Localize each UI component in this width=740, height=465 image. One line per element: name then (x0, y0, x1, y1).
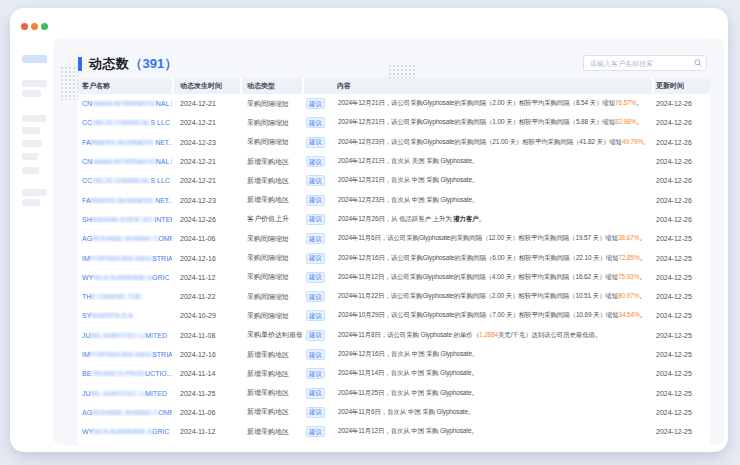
table-row: SHANGHAI EVER GO INTER... 2024-12-26 客户价… (78, 210, 710, 229)
sidebar-item[interactable] (22, 153, 38, 160)
event-content: 2024年12月16日，首次从 中国 采购 Glyphosate。 (338, 350, 478, 359)
suggestion-tag[interactable]: 建议 (306, 330, 325, 341)
minimize-window-dot-icon[interactable] (31, 23, 38, 30)
event-type: 采购间隔缩短 (242, 118, 302, 128)
suggestion-tag[interactable]: 建议 (306, 195, 325, 206)
suggestion-tag[interactable]: 建议 (306, 349, 325, 360)
update-time: 2024-12-25 (654, 428, 710, 435)
event-type: 采购间隔缩短 (242, 99, 302, 109)
sidebar-item[interactable] (22, 140, 42, 147)
event-date: 2024-11-14 (174, 370, 240, 377)
search-icon[interactable] (694, 59, 702, 67)
suggestion-tag[interactable]: 建议 (306, 426, 325, 437)
event-content: 2024年12月23日，首次从 中国 采购 Glyphosate。 (338, 196, 478, 205)
table-row: IMPORTADORA INDUSTRIA... 2024-12-16 新增采购… (78, 345, 710, 364)
table-row: AGROHAND SHAING COMPA... 2024-11-06 新增采购… (78, 403, 710, 422)
main-panel: 动态数 （391） 客户名称 动态发生时间 动态类型 内容 更新时间 CNHAM… (53, 38, 724, 445)
content-cell: 建议 2024年12月16日，该公司采购Glyphosate的采购间隔（6.00… (304, 253, 652, 264)
event-date: 2024-12-21 (174, 158, 240, 165)
customer-name-link[interactable]: BETRONICS PRODUCTIO... (78, 370, 172, 377)
update-time: 2024-12-25 (654, 274, 710, 281)
content-cell: 建议 2024年12月21日，首次从 美国 采购 Glyphosate。 (304, 156, 652, 167)
suggestion-tag[interactable]: 建议 (306, 137, 325, 148)
customer-name-link[interactable]: IMPORTADORA INDUSTRIA... (78, 351, 172, 358)
suggestion-tag[interactable]: 建议 (306, 233, 325, 244)
event-date: 2024-12-23 (174, 197, 240, 204)
customer-name-link[interactable]: CCHELIS CHEMICALS LLC (78, 119, 172, 126)
content-cell: 建议 2024年12月23日，首次从 中国 采购 Glyphosate。 (304, 195, 652, 206)
content-cell: 建议 2024年12月21日，该公司采购Glyphosate的采购间隔（2.00… (304, 98, 652, 109)
sidebar-item[interactable] (22, 189, 47, 196)
customer-name-link[interactable]: WYNCA SUNSHINE AGRIC ... (78, 274, 172, 281)
event-content: 2024年11月12日，该公司采购Glyphosate的采购间隔（4.00 天）… (338, 273, 646, 282)
update-time: 2024-12-26 (654, 158, 710, 165)
customer-name-link[interactable]: IMPORTADORA INDUSTRIA... (78, 255, 172, 262)
sidebar-item[interactable] (22, 90, 41, 97)
customer-name-link[interactable]: JUNIL AGROTEC LIMITED (78, 332, 172, 339)
update-time: 2024-12-25 (654, 351, 710, 358)
event-content: 2024年12月23日，该公司采购Glyphosate的采购间隔（21.00 天… (338, 138, 649, 147)
customer-name-link[interactable]: THE CANGEL F2E (78, 293, 172, 300)
sidebar-item[interactable] (22, 127, 40, 134)
sidebar-item-active[interactable] (22, 55, 47, 63)
page-header: 动态数 （391） (78, 55, 177, 73)
column-header-event-type: 动态类型 (242, 78, 302, 94)
content-cell: 建议 2024年12月21日，该公司采购Glyphosate的采购间隔（1.00… (304, 117, 652, 128)
event-type: 新增采购地区 (242, 157, 302, 167)
suggestion-tag[interactable]: 建议 (306, 117, 325, 128)
content-cell: 建议 2024年12月26日，从 低活跃客户 上升为 潜力客户。 (304, 214, 652, 225)
table-row: SYNGENTA S.A. 2024-10-29 采购间隔缩短 建议 2024年… (78, 306, 710, 325)
content-cell: 建议 2024年11月12日，首次从 中国 采购 Glyphosate。 (304, 426, 652, 437)
event-content: 2024年12月21日，首次从 中国 采购 Glyphosate。 (338, 176, 478, 185)
sidebar-item[interactable] (22, 115, 46, 122)
event-content: 2024年11月6日，首次从 中国 采购 Glyphosate。 (338, 408, 474, 417)
suggestion-tag[interactable]: 建议 (306, 407, 325, 418)
maximize-window-dot-icon[interactable] (41, 23, 48, 30)
table-row: CNHAMA INTERNATIONAL L... 2024-12-21 新增采… (78, 152, 710, 171)
dot-grid-decoration (388, 64, 416, 78)
customer-name-link[interactable]: CCHELIS CHEMICALS LLC (78, 177, 172, 184)
search-input[interactable] (588, 59, 694, 68)
customer-name-link[interactable]: AGROHAND SHAING COMPA... (78, 409, 172, 416)
customer-name-link[interactable]: FARMERS BUSINESS NET... (78, 197, 172, 204)
customer-name-link[interactable]: FARMERS BUSINESS NET... (78, 139, 172, 146)
table-row: FARMERS BUSINESS NET... 2024-12-23 新增采购地… (78, 190, 710, 209)
customer-name-link[interactable]: AGROHAND SHAING COMPA... (78, 235, 172, 242)
event-date: 2024-11-06 (174, 409, 240, 416)
dynamics-table: 客户名称 动态发生时间 动态类型 内容 更新时间 CNHAMA INTERNAT… (78, 78, 710, 445)
customer-name-link[interactable]: CNHAMA INTERNATIONAL L... (78, 100, 172, 107)
table-row: CCHELIS CHEMICALS LLC 2024-12-21 新增采购地区 … (78, 171, 710, 190)
customer-name-link[interactable]: WYNCA SUNSHINE AGRIC ... (78, 428, 172, 435)
suggestion-tag[interactable]: 建议 (306, 291, 325, 302)
customer-name-link[interactable]: CNHAMA INTERNATIONAL L... (78, 158, 172, 165)
table-row: WYNCA SUNSHINE AGRIC ... 2024-11-12 新增采购… (78, 422, 710, 441)
sidebar-item[interactable] (22, 167, 39, 174)
content-cell: 建议 2024年11月6日，该公司采购Glyphosate的采购间隔（12.00… (304, 233, 652, 244)
suggestion-tag[interactable]: 建议 (306, 253, 325, 264)
suggestion-tag[interactable]: 建议 (306, 388, 325, 399)
customer-name-link[interactable]: JUNIL AGROTEC LIMITED (78, 390, 172, 397)
suggestion-tag[interactable]: 建议 (306, 214, 325, 225)
suggestion-tag[interactable]: 建议 (306, 98, 325, 109)
column-header-customer-name: 客户名称 (78, 78, 172, 94)
event-date: 2024-11-12 (174, 428, 240, 435)
suggestion-tag[interactable]: 建议 (306, 368, 325, 379)
event-date: 2024-12-16 (174, 255, 240, 262)
sidebar-item[interactable] (22, 80, 47, 87)
event-type: 采购单价达到最低值 (242, 330, 302, 340)
update-time: 2024-12-25 (654, 255, 710, 262)
suggestion-tag[interactable]: 建议 (306, 156, 325, 167)
event-type: 采购间隔缩短 (242, 272, 302, 282)
suggestion-tag[interactable]: 建议 (306, 175, 325, 186)
customer-search-box (583, 55, 707, 71)
event-type: 新增采购地区 (242, 195, 302, 205)
customer-name-link[interactable]: SYNGENTA S.A. (78, 312, 172, 319)
suggestion-tag[interactable]: 建议 (306, 310, 325, 321)
event-type: 新增采购地区 (242, 427, 302, 437)
customer-name-link[interactable]: SHANGHAI EVER GO INTER... (78, 216, 172, 223)
table-row: THE CANGEL F2E 2024-11-22 采购间隔缩短 建议 2024… (78, 287, 710, 306)
close-window-dot-icon[interactable] (21, 23, 28, 30)
sidebar-item[interactable] (22, 199, 40, 206)
suggestion-tag[interactable]: 建议 (306, 272, 325, 283)
event-type: 采购间隔缩短 (242, 253, 302, 263)
